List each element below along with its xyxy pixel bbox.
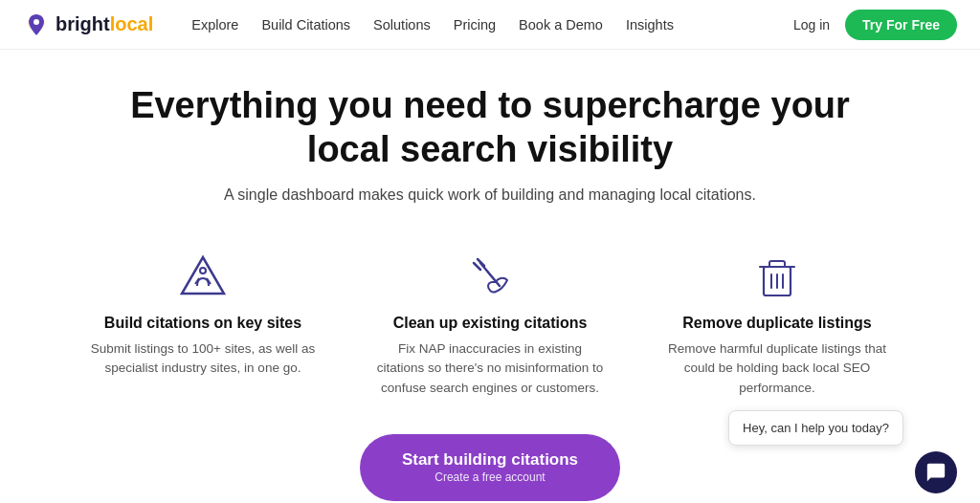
feature-clean-desc: Fix NAP inaccuracies in existing citatio… <box>375 339 605 398</box>
features-section: Build citations on key sites Submit list… <box>0 223 980 417</box>
nav-insights[interactable]: Insights <box>626 17 674 33</box>
nav-links: Explore Build Citations Solutions Pricin… <box>191 17 793 33</box>
feature-build-title: Build citations on key sites <box>88 315 318 332</box>
clean-icon <box>463 250 517 303</box>
chat-icon <box>925 462 947 483</box>
chat-button[interactable] <box>915 451 957 493</box>
hero-headline: Everything you need to supercharge your … <box>117 84 863 171</box>
chat-bubble: Hey, can I help you today? <box>728 410 903 446</box>
logo-link[interactable]: brightlocal <box>23 11 153 38</box>
nav-book-demo[interactable]: Book a Demo <box>519 17 603 33</box>
hero-subheadline: A single dashboard makes quick work of b… <box>222 186 758 204</box>
feature-build-desc: Submit listings to 100+ sites, as well a… <box>88 339 318 379</box>
hero-section: Everything you need to supercharge your … <box>0 50 980 223</box>
feature-remove: Remove duplicate listings Remove harmful… <box>662 250 892 398</box>
svg-point-3 <box>200 268 206 273</box>
svg-line-8 <box>474 263 480 270</box>
cta-sub-label: Create a free account <box>402 470 578 486</box>
remove-icon <box>750 250 804 303</box>
cta-main-label: Start building citations <box>402 450 578 469</box>
feature-build: Build citations on key sites Submit list… <box>88 250 318 398</box>
nav-solutions[interactable]: Solutions <box>373 17 431 33</box>
try-for-free-button[interactable]: Try For Free <box>845 10 957 40</box>
feature-remove-title: Remove duplicate listings <box>662 315 892 332</box>
start-building-button[interactable]: Start building citations Create a free a… <box>360 434 620 501</box>
feature-clean-title: Clean up existing citations <box>375 315 605 332</box>
nav-pricing[interactable]: Pricing <box>454 17 496 33</box>
logo-text: brightlocal <box>56 13 153 35</box>
navbar: brightlocal Explore Build Citations Solu… <box>0 0 980 50</box>
chat-bubble-text: Hey, can I help you today? <box>743 421 889 435</box>
svg-point-1 <box>33 19 39 25</box>
nav-actions: Log in Try For Free <box>793 10 957 40</box>
svg-marker-2 <box>182 257 224 294</box>
nav-build-citations[interactable]: Build Citations <box>261 17 350 33</box>
feature-clean: Clean up existing citations Fix NAP inac… <box>375 250 605 398</box>
logo-icon <box>23 11 50 38</box>
login-link[interactable]: Log in <box>793 17 830 33</box>
feature-remove-desc: Remove harmful duplicate listings that c… <box>662 339 892 398</box>
nav-explore[interactable]: Explore <box>191 17 238 33</box>
build-icon <box>176 250 230 303</box>
